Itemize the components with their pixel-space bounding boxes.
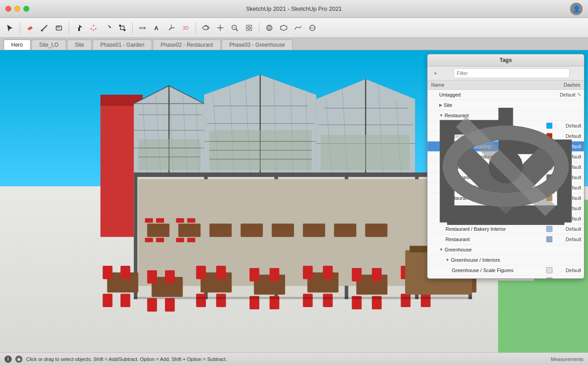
svg-rect-9	[119, 25, 121, 26]
tab-phase02[interactable]: Phase02 - Restaurant	[153, 40, 221, 50]
info-icon: i	[4, 356, 12, 363]
svg-rect-118	[120, 294, 130, 307]
svg-rect-6	[78, 27, 80, 31]
svg-text:3D: 3D	[183, 25, 189, 31]
main-area: Tags ＋ Name Dashes Un	[0, 50, 588, 352]
svg-rect-91	[147, 224, 169, 237]
toolbar-separator-4	[196, 22, 196, 33]
tags-panel: Tags ＋ Name Dashes Un	[427, 54, 584, 279]
3d-viewport[interactable]: Tags ＋ Name Dashes Un	[0, 50, 588, 352]
svg-rect-117	[102, 294, 112, 307]
pan-tool[interactable]	[214, 22, 227, 34]
orbit-tool[interactable]	[200, 22, 212, 34]
svg-rect-120	[165, 270, 175, 284]
svg-rect-106	[187, 238, 195, 242]
minimize-button[interactable]	[14, 6, 20, 12]
svg-rect-128	[270, 268, 280, 281]
svg-rect-127	[249, 268, 259, 281]
tab-site-lo[interactable]: Site_LO	[31, 40, 66, 50]
tab-phase01[interactable]: Phase01 - Garden	[93, 40, 152, 50]
svg-rect-92	[178, 224, 200, 237]
svg-rect-8	[120, 26, 124, 30]
maximize-button[interactable]	[23, 6, 29, 12]
svg-marker-29	[281, 25, 287, 31]
zoom-extents-tool[interactable]	[243, 22, 255, 34]
toolbar: A 3D +	[0, 18, 588, 38]
scale-tool[interactable]	[116, 22, 129, 34]
svg-rect-103	[176, 218, 184, 223]
svg-line-22	[236, 29, 238, 31]
svg-rect-124	[216, 266, 226, 279]
svg-text:A: A	[154, 25, 159, 31]
svg-rect-126	[216, 294, 226, 307]
svg-rect-116	[120, 266, 130, 279]
svg-rect-94	[241, 224, 263, 237]
svg-rect-145	[134, 297, 472, 299]
svg-rect-95	[272, 224, 294, 237]
svg-rect-84	[321, 135, 410, 170]
text-tool[interactable]: A	[151, 22, 163, 34]
close-button[interactable]	[5, 6, 11, 12]
status-text: Click or drag to select objects. Shift =…	[26, 356, 547, 362]
svg-rect-93	[209, 224, 232, 237]
tab-hero[interactable]: Hero	[4, 40, 31, 50]
svg-rect-105	[176, 238, 184, 242]
app-title: SketchUp 2021 - SketchUp Pro 2021	[246, 5, 342, 12]
sandbox-tool[interactable]	[292, 22, 304, 34]
svg-rect-135	[352, 268, 362, 281]
traffic-lights	[5, 6, 29, 12]
tab-phase03[interactable]: Phase03 - Greenhouse	[222, 40, 293, 50]
svg-rect-24	[246, 25, 252, 31]
svg-rect-10	[124, 29, 125, 31]
svg-text:+: +	[233, 26, 236, 30]
svg-rect-131	[303, 266, 313, 279]
svg-rect-123	[196, 266, 206, 279]
line-tool[interactable]	[38, 22, 51, 34]
tags-list: UntaggedDefault✎▶Site▼RestaurantRestaura…	[428, 90, 584, 278]
svg-rect-125	[196, 294, 206, 307]
svg-rect-99	[145, 218, 153, 223]
zoom-tool[interactable]: +	[228, 22, 241, 34]
geo-tool[interactable]	[263, 22, 276, 34]
user-avatar[interactable]: 👤	[570, 3, 583, 15]
tab-site[interactable]: Site	[67, 40, 92, 50]
svg-rect-11	[139, 27, 146, 29]
svg-rect-146	[134, 172, 472, 177]
solid-tool[interactable]	[306, 22, 319, 34]
svg-rect-102	[156, 238, 164, 242]
axes-tool[interactable]	[165, 22, 178, 34]
svg-line-18	[169, 28, 171, 30]
svg-rect-101	[145, 238, 153, 242]
svg-point-25	[248, 26, 250, 29]
svg-line-1	[42, 25, 47, 31]
toolbar-separator-5	[259, 22, 259, 33]
tapemeasure-tool[interactable]	[136, 22, 149, 34]
shape-tool[interactable]	[53, 22, 65, 34]
titlebar: SketchUp 2021 - SketchUp Pro 2021 👤	[0, 0, 588, 18]
rotate-tool[interactable]	[102, 22, 114, 34]
section-tool[interactable]	[277, 22, 290, 34]
eraser-tool[interactable]	[24, 22, 36, 34]
toolbar-separator-3	[132, 22, 133, 33]
measurements-label: Measurements	[551, 356, 584, 362]
svg-rect-98	[365, 224, 387, 237]
svg-rect-121	[147, 298, 157, 312]
svg-rect-122	[165, 298, 175, 312]
select-tool[interactable]	[4, 22, 16, 34]
move-tool[interactable]	[87, 22, 100, 34]
svg-rect-132	[323, 266, 333, 279]
svg-rect-133	[303, 294, 313, 307]
geo-icon: ◉	[15, 356, 22, 363]
pushpull-tool[interactable]	[73, 22, 85, 34]
3dtext-tool[interactable]: 3D	[179, 22, 192, 34]
tabs-bar: Hero Site_LO Site Phase01 - Garden Phase…	[0, 38, 588, 50]
svg-rect-141	[401, 294, 411, 307]
svg-marker-5	[79, 25, 82, 27]
statusbar: i ◉ Click or drag to select objects. Shi…	[0, 352, 588, 365]
svg-rect-115	[102, 266, 112, 279]
svg-rect-96	[303, 224, 325, 237]
svg-rect-134	[323, 294, 333, 307]
svg-rect-142	[421, 294, 431, 307]
svg-rect-136	[372, 268, 382, 281]
svg-rect-100	[156, 218, 164, 223]
